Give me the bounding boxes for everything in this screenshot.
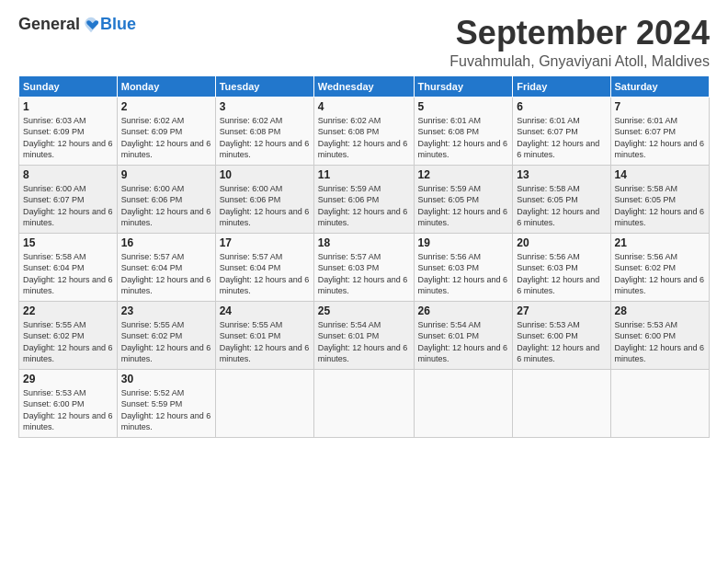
location-title: Fuvahmulah, Gnyaviyani Atoll, Maldives — [449, 53, 710, 70]
calendar-cell — [610, 369, 709, 437]
cell-info: Sunrise: 5:58 AMSunset: 6:04 PMDaylight:… — [23, 252, 113, 296]
day-header-friday: Friday — [513, 75, 610, 97]
day-number: 5 — [418, 100, 509, 113]
day-number: 17 — [220, 236, 310, 249]
cell-info: Sunrise: 5:58 AMSunset: 6:05 PMDaylight:… — [517, 184, 599, 228]
calendar-cell — [414, 369, 513, 437]
cell-info: Sunrise: 5:58 AMSunset: 6:05 PMDaylight:… — [615, 184, 705, 228]
day-number: 15 — [23, 236, 113, 249]
calendar-cell: 28 Sunrise: 5:53 AMSunset: 6:00 PMDaylig… — [610, 301, 709, 369]
calendar-cell: 10 Sunrise: 6:00 AMSunset: 6:06 PMDaylig… — [215, 165, 313, 233]
day-number: 30 — [121, 373, 211, 385]
day-number: 4 — [318, 100, 410, 113]
day-number: 18 — [318, 236, 410, 249]
day-number: 29 — [23, 373, 113, 385]
cell-info: Sunrise: 6:00 AMSunset: 6:07 PMDaylight:… — [23, 184, 113, 228]
calendar-cell: 16 Sunrise: 5:57 AMSunset: 6:04 PMDaylig… — [117, 233, 215, 301]
day-number: 3 — [220, 100, 310, 113]
calendar-cell: 9 Sunrise: 6:00 AMSunset: 6:06 PMDayligh… — [117, 165, 215, 233]
calendar-cell: 6 Sunrise: 6:01 AMSunset: 6:07 PMDayligh… — [513, 97, 610, 165]
calendar-table: SundayMondayTuesdayWednesdayThursdayFrid… — [18, 75, 710, 438]
day-number: 8 — [23, 168, 113, 181]
cell-info: Sunrise: 5:57 AMSunset: 6:04 PMDaylight:… — [220, 252, 310, 296]
calendar-cell: 11 Sunrise: 5:59 AMSunset: 6:06 PMDaylig… — [313, 165, 414, 233]
calendar-cell: 25 Sunrise: 5:54 AMSunset: 6:01 PMDaylig… — [313, 301, 414, 369]
cell-info: Sunrise: 5:59 AMSunset: 6:06 PMDaylight:… — [318, 184, 408, 228]
day-number: 28 — [615, 304, 705, 317]
cell-info: Sunrise: 5:56 AMSunset: 6:03 PMDaylight:… — [517, 252, 599, 296]
day-number: 6 — [517, 100, 606, 113]
day-number: 19 — [418, 236, 509, 249]
day-number: 12 — [418, 168, 509, 181]
day-number: 21 — [615, 236, 705, 249]
calendar-cell: 3 Sunrise: 6:02 AMSunset: 6:08 PMDayligh… — [215, 97, 313, 165]
cell-info: Sunrise: 5:57 AMSunset: 6:04 PMDaylight:… — [121, 252, 211, 296]
cell-info: Sunrise: 6:02 AMSunset: 6:09 PMDaylight:… — [121, 116, 211, 160]
calendar-cell: 15 Sunrise: 5:58 AMSunset: 6:04 PMDaylig… — [19, 233, 118, 301]
day-header-sunday: Sunday — [19, 75, 118, 97]
calendar-cell: 26 Sunrise: 5:54 AMSunset: 6:01 PMDaylig… — [414, 301, 513, 369]
calendar-cell: 22 Sunrise: 5:55 AMSunset: 6:02 PMDaylig… — [19, 301, 118, 369]
cell-info: Sunrise: 5:52 AMSunset: 5:59 PMDaylight:… — [121, 388, 211, 432]
cell-info: Sunrise: 6:00 AMSunset: 6:06 PMDaylight:… — [121, 184, 211, 228]
cell-info: Sunrise: 5:59 AMSunset: 6:05 PMDaylight:… — [418, 184, 508, 228]
cell-info: Sunrise: 5:55 AMSunset: 6:02 PMDaylight:… — [23, 320, 113, 364]
calendar-cell — [313, 369, 414, 437]
cell-info: Sunrise: 6:01 AMSunset: 6:08 PMDaylight:… — [418, 116, 508, 160]
cell-info: Sunrise: 6:01 AMSunset: 6:07 PMDaylight:… — [615, 116, 705, 160]
calendar-cell: 23 Sunrise: 5:55 AMSunset: 6:02 PMDaylig… — [117, 301, 215, 369]
day-number: 11 — [318, 168, 410, 181]
day-header-thursday: Thursday — [414, 75, 513, 97]
calendar-cell: 14 Sunrise: 5:58 AMSunset: 6:05 PMDaylig… — [610, 165, 709, 233]
day-number: 1 — [23, 100, 113, 113]
calendar-cell: 17 Sunrise: 5:57 AMSunset: 6:04 PMDaylig… — [215, 233, 313, 301]
cell-info: Sunrise: 5:57 AMSunset: 6:03 PMDaylight:… — [318, 252, 408, 296]
logo-bird-icon — [82, 16, 100, 34]
cell-info: Sunrise: 5:55 AMSunset: 6:02 PMDaylight:… — [121, 320, 211, 364]
day-number: 23 — [121, 304, 211, 317]
calendar-cell: 5 Sunrise: 6:01 AMSunset: 6:08 PMDayligh… — [414, 97, 513, 165]
day-number: 20 — [517, 236, 606, 249]
calendar-cell: 8 Sunrise: 6:00 AMSunset: 6:07 PMDayligh… — [19, 165, 118, 233]
cell-info: Sunrise: 6:02 AMSunset: 6:08 PMDaylight:… — [318, 116, 408, 160]
day-number: 7 — [615, 100, 705, 113]
cell-info: Sunrise: 5:56 AMSunset: 6:03 PMDaylight:… — [418, 252, 508, 296]
day-number: 22 — [23, 304, 113, 317]
calendar-cell: 21 Sunrise: 5:56 AMSunset: 6:02 PMDaylig… — [610, 233, 709, 301]
day-number: 25 — [318, 304, 410, 317]
cell-info: Sunrise: 5:53 AMSunset: 6:00 PMDaylight:… — [517, 320, 599, 364]
page: General Blue September 2024 Fuvahmulah, … — [0, 0, 728, 447]
cell-info: Sunrise: 5:56 AMSunset: 6:02 PMDaylight:… — [615, 252, 705, 296]
day-number: 14 — [615, 168, 705, 181]
calendar-cell: 30 Sunrise: 5:52 AMSunset: 5:59 PMDaylig… — [117, 369, 215, 437]
calendar-cell — [513, 369, 610, 437]
cell-info: Sunrise: 6:00 AMSunset: 6:06 PMDaylight:… — [220, 184, 310, 228]
calendar-cell: 29 Sunrise: 5:53 AMSunset: 6:00 PMDaylig… — [19, 369, 118, 437]
calendar-cell: 24 Sunrise: 5:55 AMSunset: 6:01 PMDaylig… — [215, 301, 313, 369]
day-number: 9 — [121, 168, 211, 181]
cell-info: Sunrise: 6:01 AMSunset: 6:07 PMDaylight:… — [517, 116, 599, 160]
cell-info: Sunrise: 5:55 AMSunset: 6:01 PMDaylight:… — [220, 320, 310, 364]
day-header-monday: Monday — [117, 75, 215, 97]
cell-info: Sunrise: 6:03 AMSunset: 6:09 PMDaylight:… — [23, 116, 113, 160]
day-number: 24 — [220, 304, 310, 317]
month-title: September 2024 — [449, 15, 710, 52]
cell-info: Sunrise: 6:02 AMSunset: 6:08 PMDaylight:… — [220, 116, 310, 160]
calendar-cell: 19 Sunrise: 5:56 AMSunset: 6:03 PMDaylig… — [414, 233, 513, 301]
calendar-cell: 27 Sunrise: 5:53 AMSunset: 6:00 PMDaylig… — [513, 301, 610, 369]
logo: General Blue — [18, 15, 136, 34]
day-number: 2 — [121, 100, 211, 113]
day-number: 13 — [517, 168, 606, 181]
cell-info: Sunrise: 5:53 AMSunset: 6:00 PMDaylight:… — [23, 388, 113, 432]
day-number: 26 — [418, 304, 509, 317]
calendar-cell: 13 Sunrise: 5:58 AMSunset: 6:05 PMDaylig… — [513, 165, 610, 233]
calendar-cell: 1 Sunrise: 6:03 AMSunset: 6:09 PMDayligh… — [19, 97, 118, 165]
calendar-cell: 18 Sunrise: 5:57 AMSunset: 6:03 PMDaylig… — [313, 233, 414, 301]
day-number: 16 — [121, 236, 211, 249]
day-header-saturday: Saturday — [610, 75, 709, 97]
calendar-cell: 7 Sunrise: 6:01 AMSunset: 6:07 PMDayligh… — [610, 97, 709, 165]
calendar-cell — [215, 369, 313, 437]
day-header-wednesday: Wednesday — [313, 75, 414, 97]
calendar-cell: 20 Sunrise: 5:56 AMSunset: 6:03 PMDaylig… — [513, 233, 610, 301]
calendar-cell: 2 Sunrise: 6:02 AMSunset: 6:09 PMDayligh… — [117, 97, 215, 165]
